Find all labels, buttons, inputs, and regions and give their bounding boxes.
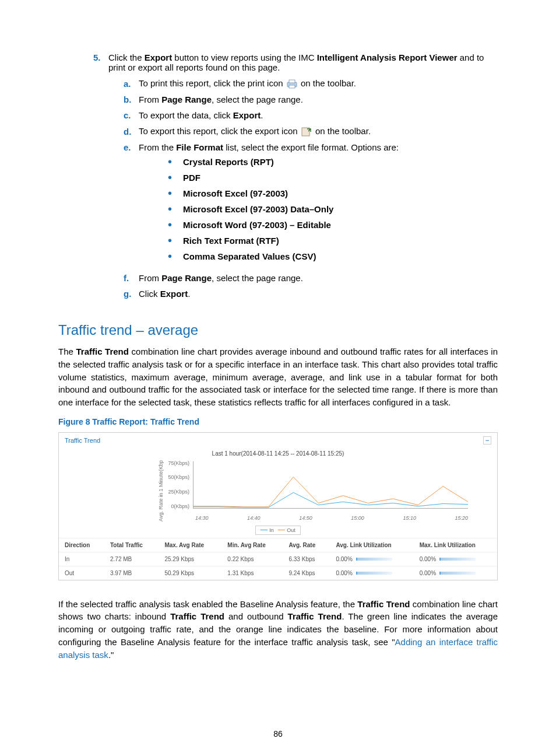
text: To print this report, click the print ic… <box>139 78 286 88</box>
legend-swatch-in <box>261 530 268 530</box>
figure-panel: Traffic Trend − Last 1 hour(2014-08-11 1… <box>58 432 498 580</box>
xtick: 14:50 <box>299 515 312 521</box>
bullet-icon: • <box>168 236 183 245</box>
option-label: Microsoft Excel (97-2003) Data–Only <box>183 204 333 214</box>
cell: 2.72 MB <box>104 552 159 566</box>
legend-out: Out <box>287 527 295 533</box>
cell: 0.00% <box>330 552 413 566</box>
text-bold: Traffic Trend <box>288 611 342 621</box>
chart-subtitle: Last 1 hour(2014-08-11 14:25 -- 2014-08-… <box>59 448 497 459</box>
substep-c: c. To export the data, click Export. <box>124 110 498 120</box>
option-label: Crystal Reports (RPT) <box>183 157 274 167</box>
substep-a: a. To print this report, click the print… <box>124 78 498 89</box>
x-ticks: 14:30 14:40 14:50 15:00 15:10 15:20 <box>195 515 468 521</box>
substep-g: g. Click Export. <box>124 289 498 299</box>
substep-marker: e. <box>124 142 139 152</box>
table-row: Out 3.97 MB 50.29 Kbps 1.31 Kbps 9.24 Kb… <box>59 566 497 580</box>
text: Click the <box>108 52 145 62</box>
step-body: Click the Export button to view reports … <box>108 52 498 304</box>
list-item: •Rich Text Format (RTF) <box>168 236 399 246</box>
section-heading: Traffic trend – average <box>58 322 498 338</box>
collapse-icon[interactable]: − <box>483 436 491 444</box>
cell: 0.00% <box>414 566 497 580</box>
option-label: Comma Separated Values (CSV) <box>183 251 316 261</box>
text: , select the page range. <box>212 273 303 283</box>
list-item: •Crystal Reports (RPT) <box>168 157 399 167</box>
option-label: PDF <box>183 173 200 183</box>
cell: 3.97 MB <box>104 566 159 580</box>
substep-e: e. From the File Format list, select the… <box>124 142 498 267</box>
text-bold: Intelligent Analysis Report Viewer <box>317 52 458 62</box>
chart-container: Avg. Rate in 1 Minute(Kbp 75(Kbps) 50(Kb… <box>59 459 497 526</box>
substep-marker: g. <box>124 289 139 299</box>
text-wrap: From the File Format list, select the ex… <box>139 142 399 267</box>
step-5: 5. Click the Export button to view repor… <box>93 52 498 304</box>
cell: 25.29 Kbps <box>159 552 221 566</box>
svg-rect-2 <box>289 85 295 88</box>
chart-legend: In Out <box>255 526 301 535</box>
stats-table: Direction Total Traffic Max. Avg Rate Mi… <box>59 538 497 580</box>
text: on the toolbar. <box>301 78 356 88</box>
chart-ylabel: Avg. Rate in 1 Minute(Kbp <box>158 460 164 522</box>
text-wrap: To export the data, click Export. <box>139 110 263 120</box>
text: on the toolbar. <box>315 126 371 136</box>
print-icon <box>287 79 297 89</box>
text: From <box>139 94 161 104</box>
text-bold: File Format <box>176 142 223 152</box>
text: If the selected traffic analysis task en… <box>58 599 357 609</box>
th: Total Traffic <box>104 538 159 552</box>
text-bold: Export <box>233 110 261 120</box>
text: To export this report, click the export … <box>139 126 300 136</box>
ytick: 0(Kbps) <box>165 503 189 509</box>
figure-header: Traffic Trend − <box>59 433 497 448</box>
th: Avg. Rate <box>283 538 330 552</box>
text-bold: Traffic Trend <box>170 611 224 621</box>
legend-swatch-out <box>278 530 285 530</box>
bullet-icon: • <box>168 204 183 214</box>
text-bold: Traffic Trend <box>357 599 410 609</box>
ytick: 25(Kbps) <box>165 489 189 495</box>
option-label: Microsoft Word (97-2003) – Editable <box>183 220 331 230</box>
step-marker: 5. <box>93 52 108 304</box>
format-options: •Crystal Reports (RPT) •PDF •Microsoft E… <box>139 157 399 261</box>
legend-in: In <box>269 527 274 533</box>
text-wrap: To export this report, click the export … <box>139 126 371 136</box>
xtick: 14:40 <box>247 515 261 521</box>
th: Max. Avg Rate <box>159 538 221 552</box>
substep-marker: a. <box>124 79 139 89</box>
substep-b: b. From Page Range, select the page rang… <box>124 94 498 104</box>
cell: In <box>59 552 104 566</box>
substep-marker: d. <box>124 127 139 136</box>
text-bold: Export <box>145 52 173 62</box>
cell: 50.29 Kbps <box>159 566 221 580</box>
legend-wrap: In Out <box>59 526 497 538</box>
y-ticks: 75(Kbps) 50(Kbps) 25(Kbps) 0(Kbps) <box>165 460 189 509</box>
ytick: 50(Kbps) <box>165 474 189 480</box>
util-bar <box>356 572 392 575</box>
substep-marker: c. <box>124 110 139 120</box>
text-bold: Page Range <box>161 94 212 104</box>
cell: 6.33 Kbps <box>283 552 330 566</box>
substep-marker: b. <box>124 94 139 104</box>
sub-steps: a. To print this report, click the print… <box>108 78 498 299</box>
cell: 0.00% <box>414 552 497 566</box>
th: Avg. Link Utilization <box>330 538 413 552</box>
bullet-icon: • <box>168 173 183 182</box>
bullet-icon: • <box>168 251 183 261</box>
figure-caption: Figure 8 Traffic Report: Traffic Trend <box>58 417 498 426</box>
cell: 0.22 Kbps <box>221 552 283 566</box>
export-icon <box>301 127 312 136</box>
cell: Out <box>59 566 104 580</box>
ytick: 75(Kbps) <box>165 460 189 466</box>
util-bar <box>439 572 476 575</box>
text-wrap: To print this report, click the print ic… <box>139 78 356 89</box>
util-bar <box>439 558 476 561</box>
bullet-icon: • <box>168 188 183 198</box>
text: list, select the export file format. Opt… <box>223 142 399 152</box>
text-bold: Export <box>160 289 188 299</box>
th: Direction <box>59 538 104 552</box>
text: . <box>261 110 263 120</box>
text: From <box>139 273 161 283</box>
list-item: •Microsoft Excel (97-2003) <box>168 188 399 198</box>
xtick: 15:10 <box>403 515 416 521</box>
